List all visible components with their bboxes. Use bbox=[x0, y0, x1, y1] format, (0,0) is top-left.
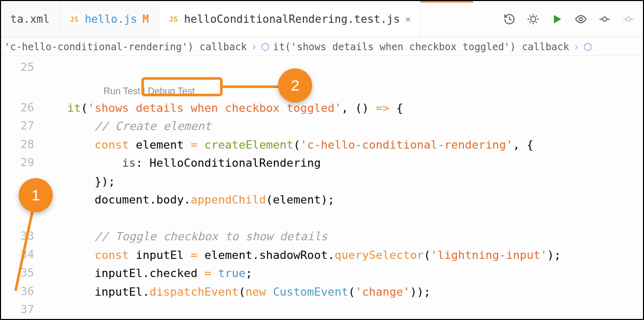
editor-toolbar bbox=[495, 1, 643, 37]
js-file-icon: JS bbox=[69, 14, 80, 24]
line-number: 35 bbox=[1, 264, 47, 282]
run-test-action[interactable]: Run Test bbox=[104, 86, 140, 96]
line-number: 27 bbox=[1, 117, 47, 135]
annotation-connector bbox=[223, 85, 280, 88]
history-icon[interactable] bbox=[503, 13, 516, 25]
svg-point-2 bbox=[603, 17, 607, 21]
editor-tabs: ta.xml JS hello.js M JS helloConditional… bbox=[1, 1, 643, 37]
annotation-highlight-box bbox=[141, 77, 223, 96]
line-number: 33 bbox=[1, 227, 47, 245]
line-number: 36 bbox=[1, 282, 47, 301]
line-number: 26 bbox=[1, 98, 47, 117]
line-number: 25 bbox=[1, 58, 47, 77]
tab-hello-js[interactable]: JS hello.js M bbox=[60, 1, 159, 37]
run-icon[interactable] bbox=[551, 13, 563, 25]
symbol-icon: ⬡ bbox=[583, 41, 592, 52]
breadcrumb-part[interactable]: 'c-hello-conditional-rendering') callbac… bbox=[4, 41, 247, 52]
tab-label: helloConditionalRendering.test.js bbox=[184, 13, 400, 25]
debug-icon[interactable] bbox=[527, 13, 539, 25]
line-number: 37 bbox=[1, 300, 47, 319]
watch-icon[interactable] bbox=[575, 13, 587, 25]
tab-ta-xml[interactable]: ta.xml bbox=[1, 1, 60, 37]
tab-test-js[interactable]: JS helloConditionalRendering.test.js ✕ bbox=[159, 1, 421, 37]
svg-point-1 bbox=[579, 18, 582, 21]
svg-point-0 bbox=[531, 17, 536, 22]
breadcrumb-part[interactable]: it('shows details when checkbox toggled'… bbox=[273, 41, 569, 52]
commit-disabled-icon bbox=[622, 13, 635, 25]
chevron-right-icon: › bbox=[573, 41, 579, 52]
chevron-right-icon: › bbox=[251, 41, 257, 52]
modified-badge: M bbox=[142, 13, 149, 25]
tab-label: ta.xml bbox=[10, 13, 50, 25]
annotation-callout-1: 1 bbox=[19, 178, 53, 212]
js-file-icon: JS bbox=[168, 14, 179, 24]
breadcrumb[interactable]: 'c-hello-conditional-rendering') callbac… bbox=[1, 37, 643, 56]
symbol-icon: ⬡ bbox=[261, 41, 270, 52]
code-editor[interactable]: 25 26 27 28 29 33 34 35 36 37 Run Test |… bbox=[1, 56, 643, 319]
line-number: 29 bbox=[1, 153, 47, 172]
tab-label: hello.js bbox=[85, 13, 137, 25]
line-number: 28 bbox=[1, 135, 47, 154]
svg-point-3 bbox=[626, 17, 631, 21]
commit-icon[interactable] bbox=[598, 13, 611, 25]
annotation-callout-2: 2 bbox=[278, 68, 312, 103]
close-icon[interactable]: ✕ bbox=[405, 13, 411, 24]
